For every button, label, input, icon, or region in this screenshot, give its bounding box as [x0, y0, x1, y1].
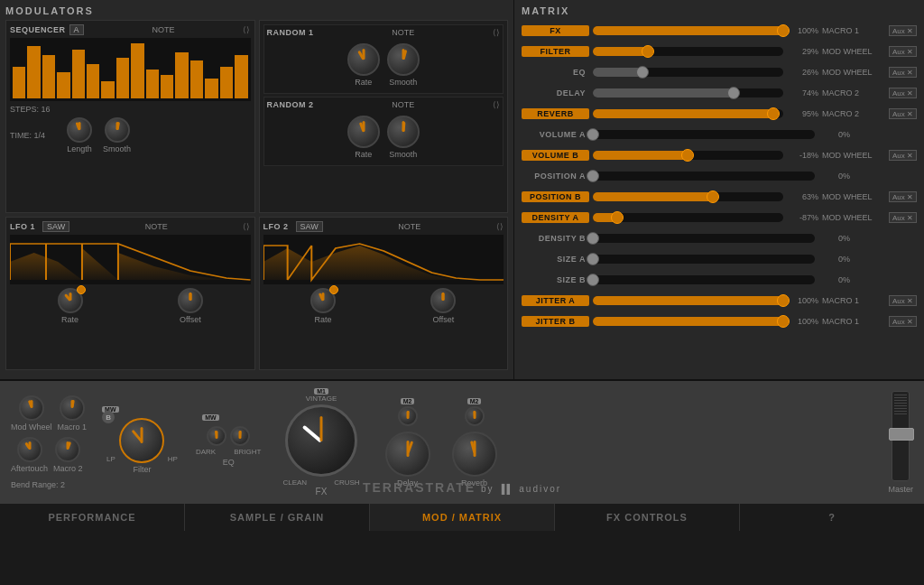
lfo2-offset-knob[interactable]: [430, 288, 456, 313]
steps-label: STEPS: 16: [10, 105, 51, 114]
mod-wheel-knob[interactable]: [19, 395, 44, 421]
nav-item-performance[interactable]: PERFORMANCE: [0, 504, 185, 531]
mod-grid: SEQUENCER A NOTE ⟨⟩: [5, 20, 508, 370]
lfo1-offset-knob[interactable]: [178, 288, 203, 313]
eq-badge-area: MW: [207, 419, 250, 446]
lfo1-rate-knob[interactable]: [58, 288, 83, 313]
matrix-slider-thumb[interactable]: [642, 45, 654, 58]
lfo1-mode[interactable]: SAW: [42, 221, 69, 232]
matrix-aux-button[interactable]: Aux ✕: [889, 46, 917, 57]
filter-knob[interactable]: [119, 418, 164, 463]
matrix-slider[interactable]: [593, 275, 815, 284]
matrix-slider-thumb[interactable]: [767, 107, 780, 120]
matrix-slider[interactable]: [593, 26, 783, 35]
eq-mini-knob2[interactable]: [230, 426, 250, 446]
sequencer-mode[interactable]: A: [69, 24, 84, 35]
matrix-aux-button[interactable]: Aux ✕: [889, 108, 917, 119]
matrix-slider-fill: [593, 26, 783, 35]
lfo1-controls: Rate Offset: [10, 288, 251, 324]
matrix-slider-thumb[interactable]: [727, 87, 740, 99]
matrix-slider[interactable]: [593, 130, 815, 139]
aftertouch-knob[interactable]: [17, 437, 42, 462]
random2-rate-knob[interactable]: [347, 116, 380, 148]
matrix-slider-thumb[interactable]: [587, 274, 599, 286]
delay-mini-knob[interactable]: [398, 406, 418, 426]
matrix-slider[interactable]: [593, 68, 783, 77]
seq-bar: [235, 55, 247, 98]
matrix-slider[interactable]: [593, 109, 783, 118]
matrix-aux-button[interactable]: Aux ✕: [889, 316, 917, 327]
eq-labels: DARK BRIGHT: [196, 448, 261, 456]
matrix-aux-button[interactable]: Aux ✕: [889, 212, 917, 223]
random2-smooth-knob[interactable]: [387, 116, 420, 148]
matrix-slider-thumb[interactable]: [777, 294, 790, 307]
matrix-slider[interactable]: [593, 255, 815, 264]
matrix-slider-thumb[interactable]: [587, 170, 599, 182]
random2-smooth-container: Smooth: [387, 116, 420, 159]
macro2-knob[interactable]: [55, 437, 80, 462]
matrix-slider[interactable]: [593, 213, 783, 222]
nav-item-fx-controls[interactable]: FX CONTROLS: [555, 504, 740, 531]
seq-bar: [205, 79, 217, 98]
seq-bar: [57, 72, 69, 98]
matrix-slider[interactable]: [593, 296, 783, 305]
matrix-slider-thumb[interactable]: [587, 232, 599, 245]
matrix-aux-button[interactable]: Aux ✕: [889, 88, 917, 98]
matrix-slider[interactable]: [593, 317, 783, 326]
nav-item-?[interactable]: ?: [740, 504, 924, 531]
matrix-aux-button[interactable]: Aux ✕: [889, 295, 917, 306]
matrix-slider[interactable]: [593, 192, 783, 201]
random1-knobs: Rate Smooth: [267, 40, 501, 90]
macro1-knob[interactable]: [60, 395, 85, 421]
master-fader-thumb[interactable]: [889, 428, 914, 441]
sequencer-controls: STEPS: 16: [10, 105, 251, 114]
matrix-slider[interactable]: [593, 234, 815, 243]
matrix-slider-thumb[interactable]: [777, 24, 790, 37]
matrix-slider-thumb[interactable]: [587, 128, 599, 141]
matrix-panel: MATRIX FX100%MACRO 1Aux ✕FILTER29%MOD WH…: [514, 0, 924, 379]
matrix-row-label: VOLUME B: [522, 150, 589, 161]
fx-main-knob[interactable]: [285, 404, 357, 477]
eq-section: MW DARK BRIGHT EQ: [196, 419, 261, 467]
matrix-source: MACRO 1: [822, 317, 885, 326]
lfo2-mode[interactable]: SAW: [296, 221, 323, 232]
matrix-slider-thumb[interactable]: [587, 253, 599, 265]
lfo2-controls: Rate Offset: [263, 288, 504, 324]
delay-knob[interactable]: [385, 432, 430, 477]
random1-rate-knob[interactable]: [347, 43, 380, 76]
matrix-slider-thumb[interactable]: [777, 315, 790, 328]
matrix-aux-button[interactable]: Aux ✕: [889, 191, 917, 202]
matrix-slider-thumb[interactable]: [681, 149, 694, 162]
random1-smooth-knob[interactable]: [387, 43, 420, 76]
eq-mini-knob[interactable]: [207, 426, 226, 446]
lfo2-rate-knob[interactable]: [310, 288, 336, 313]
seq-bar: [131, 43, 143, 98]
matrix-slider[interactable]: [593, 88, 783, 98]
seq-bar: [146, 70, 159, 98]
lfo1-rate-indicator: [77, 285, 86, 294]
nav-item-mod---matrix[interactable]: MOD / MATRIX: [370, 504, 555, 531]
matrix-source: MACRO 1: [822, 26, 885, 35]
length-knob[interactable]: [67, 117, 92, 143]
reverb-knob[interactable]: [452, 432, 497, 477]
reverb-mini-knob[interactable]: [465, 406, 485, 426]
matrix-slider[interactable]: [593, 47, 783, 56]
matrix-row: JITTER B100%MACRO 1Aux ✕: [522, 312, 917, 330]
fx-label: FX: [316, 487, 328, 497]
nav-item-sample---grain[interactable]: SAMPLE / GRAIN: [185, 504, 370, 531]
matrix-pct: 0%: [818, 255, 850, 264]
matrix-aux: Aux ✕: [889, 295, 917, 306]
matrix-source: MOD WHEEL: [822, 151, 885, 160]
matrix-aux-button[interactable]: Aux ✕: [889, 67, 917, 78]
fader-tick: [894, 400, 907, 401]
matrix-slider-thumb[interactable]: [707, 190, 719, 203]
matrix-slider-thumb[interactable]: [611, 211, 624, 224]
random1-rate-label: Rate: [355, 78, 372, 87]
matrix-slider[interactable]: [593, 172, 815, 181]
matrix-pct: 74%: [787, 88, 818, 98]
matrix-slider-thumb[interactable]: [636, 66, 649, 79]
seq-smooth-knob[interactable]: [105, 117, 130, 143]
matrix-aux-button[interactable]: Aux ✕: [889, 25, 917, 36]
matrix-aux-button[interactable]: Aux ✕: [889, 150, 917, 161]
matrix-slider[interactable]: [593, 151, 783, 160]
